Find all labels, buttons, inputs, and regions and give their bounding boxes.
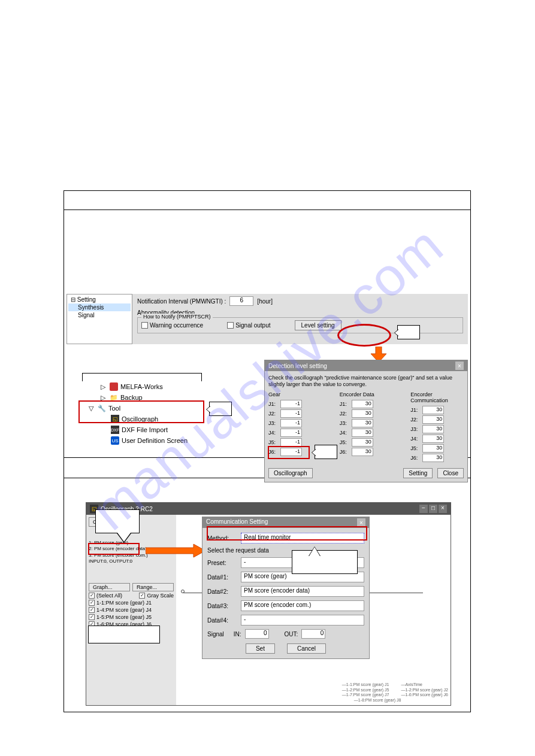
encoder-data-column: Encorder Data J1:30 J2:30 J3:30 J4:30 J5… xyxy=(340,391,393,463)
level-setting-button[interactable]: Level setting xyxy=(295,320,341,330)
enc-j2-input[interactable]: 30 xyxy=(352,409,373,418)
tree-label: Tool xyxy=(108,405,120,412)
method-select[interactable]: Real time monitor xyxy=(241,533,364,544)
com-j3-input[interactable]: 30 xyxy=(422,425,444,433)
dxf-icon: DXF xyxy=(111,426,119,434)
data4-select[interactable]: - xyxy=(241,615,364,626)
chk-label: (Select All) xyxy=(96,593,122,599)
gray-scale-label: Gray Scale xyxy=(147,593,174,599)
tree-signal[interactable]: Signal xyxy=(68,311,131,319)
svg-marker-1 xyxy=(146,544,205,557)
legend-item: 1-7:PM score (gear) J7 xyxy=(346,693,389,697)
joint-label: J2: xyxy=(340,411,349,417)
enc-j5-input[interactable]: 30 xyxy=(352,438,373,447)
series-checkbox[interactable]: ✓1-5:PM score (gear) J5 xyxy=(89,614,174,620)
gear-j3-input[interactable]: -1 xyxy=(280,419,302,427)
maximize-icon[interactable]: □ xyxy=(429,505,437,513)
com-j4-input[interactable]: 30 xyxy=(422,435,444,443)
enc-j1-input[interactable]: 30 xyxy=(352,400,373,408)
enc-j3-input[interactable]: 30 xyxy=(352,419,373,427)
joint-label: J5: xyxy=(410,445,420,451)
graph-button[interactable]: Graph... xyxy=(89,583,130,591)
dialog-title: Detection level setting xyxy=(268,363,327,369)
out-input[interactable]: 0 xyxy=(301,629,325,639)
close-icon[interactable]: × xyxy=(439,505,447,513)
series-checkbox[interactable]: ✓1-1:PM score (gear) J1 xyxy=(89,600,174,606)
minimize-icon[interactable]: − xyxy=(419,505,428,513)
in-label: IN: xyxy=(234,631,241,637)
close-icon[interactable]: × xyxy=(357,518,365,527)
com-j2-input[interactable]: 30 xyxy=(422,415,444,424)
enc-j4-input[interactable]: 30 xyxy=(352,429,373,437)
cancel-button[interactable]: Cancel xyxy=(287,643,326,654)
setting-button[interactable]: Setting xyxy=(403,468,433,478)
joint-label: J1: xyxy=(268,401,278,407)
series-checkbox[interactable]: ✓1-4:PM score (gear) J4 xyxy=(89,607,174,613)
plus-icon: ▷ xyxy=(99,393,107,402)
oscillograph-button[interactable]: Oscillograph xyxy=(268,468,313,478)
com-j1-input[interactable]: 30 xyxy=(422,406,444,414)
joint-label: J3: xyxy=(268,420,278,426)
notification-input[interactable]: 6 xyxy=(229,296,253,306)
notification-unit: [hour] xyxy=(257,298,273,305)
tree-setting[interactable]: ⊟ Setting xyxy=(68,296,131,303)
tree-uds[interactable]: USUser Definition Screen xyxy=(82,435,226,446)
joint-label: J2: xyxy=(268,411,278,417)
tree-synthesis[interactable]: Synthesis xyxy=(68,303,131,311)
data2-select[interactable]: PM score (encoder data) xyxy=(241,586,364,597)
joint-label: J5: xyxy=(340,439,349,445)
detection-level-dialog: Detection level setting × Check the osci… xyxy=(264,360,468,482)
callout-pointer-icon xyxy=(117,533,131,548)
uds-icon: US xyxy=(111,436,119,445)
tree-oscillograph[interactable]: ◱Oscillograph xyxy=(82,414,226,424)
col-head: Gear xyxy=(268,391,322,397)
checkbox-icon: ✓ xyxy=(89,607,95,613)
joint-label: J5: xyxy=(268,439,278,445)
axis-origin-icon xyxy=(181,590,185,593)
preset-label: Preset: xyxy=(207,560,237,566)
signal-output-checkbox[interactable]: Signal output xyxy=(227,322,270,329)
data3-select[interactable]: PM score (encoder com.) xyxy=(241,600,364,611)
tree-melfa[interactable]: ▷MELFA-Works xyxy=(82,381,226,392)
in-input[interactable]: 0 xyxy=(245,629,269,639)
checkbox-icon xyxy=(227,322,234,329)
legend-item: 1-1:PM score (gear) J1 xyxy=(346,682,389,687)
close-button[interactable]: Close xyxy=(437,468,464,478)
joint-label: J6: xyxy=(340,449,349,455)
tree-synthesis-label: Synthesis xyxy=(78,304,104,311)
select-all-checkbox[interactable]: ✓(Select All) ✓Gray Scale xyxy=(89,593,174,599)
close-icon[interactable]: × xyxy=(455,362,464,370)
tree-dxf[interactable]: DXFDXF File Import xyxy=(82,424,226,435)
tree-label: Oscillograph xyxy=(122,415,158,423)
out-label: OUT: xyxy=(285,631,298,637)
checkbox-icon: ✓ xyxy=(89,593,95,599)
callout-tool xyxy=(209,402,232,416)
data2-label: Data#2: xyxy=(207,588,237,595)
encoder-comm-column: Encorder Communication J1:30 J2:30 J3:30… xyxy=(410,391,464,463)
com-j6-input[interactable]: 30 xyxy=(422,454,444,462)
data3-label: Data#3: xyxy=(207,603,237,609)
gear-j1-input[interactable]: -1 xyxy=(280,400,302,408)
range-button[interactable]: Range... xyxy=(132,583,174,591)
warning-occurrence-checkbox[interactable]: Warning occurrence xyxy=(141,322,203,329)
gear-j6-input[interactable]: -1 xyxy=(280,448,302,456)
arrow-right-icon xyxy=(146,543,205,558)
com-j5-input[interactable]: 30 xyxy=(422,444,444,453)
plus-icon: ▷ xyxy=(99,382,107,391)
gear-j2-input[interactable]: -1 xyxy=(280,409,302,418)
gear-j5-input[interactable]: -1 xyxy=(280,438,302,447)
joint-label: J6: xyxy=(268,449,278,455)
data1-label: Data#1: xyxy=(207,574,237,581)
chk-label: 1-4:PM score (gear) J4 xyxy=(96,607,152,613)
joint-label: J3: xyxy=(410,426,420,432)
set-button[interactable]: Set xyxy=(246,643,275,654)
enc-j6-input[interactable]: 30 xyxy=(352,448,373,456)
joint-label: J6: xyxy=(410,455,420,461)
communication-setting-dialog: Communication Setting × Method:Real time… xyxy=(202,517,370,659)
gear-j4-input[interactable]: -1 xyxy=(280,429,302,437)
folder-icon: 📁 xyxy=(110,393,118,402)
joint-label: J1: xyxy=(340,401,349,407)
checkbox-icon xyxy=(141,322,148,329)
tool-icon: 🔧 xyxy=(98,404,106,412)
tree-backup[interactable]: ▷📁Backup xyxy=(82,392,226,403)
